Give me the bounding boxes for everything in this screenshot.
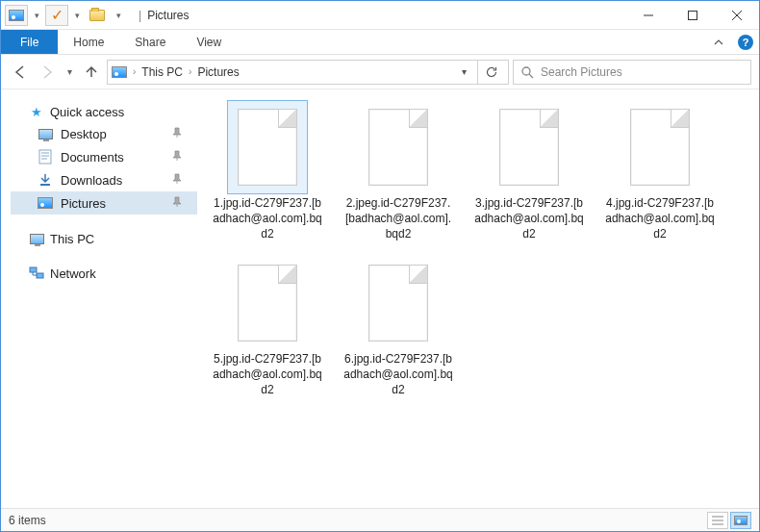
breadcrumb-root[interactable]: This PC [141,65,183,79]
qat-caret-icon[interactable]: ▾ [71,5,83,26]
help-icon: ? [738,35,753,50]
pin-icon [172,173,193,187]
recent-dropdown-icon[interactable]: ▾ [63,61,76,84]
this-pc-item[interactable]: ▸ This PC [11,228,197,249]
svg-rect-6 [39,150,51,164]
svg-rect-10 [40,184,50,186]
file-thumbnail [621,101,699,193]
forward-button[interactable] [36,61,59,84]
window-title: | Pictures [137,9,189,22]
search-box[interactable] [513,60,751,85]
sidebar-item-documents[interactable]: Documents [11,145,197,168]
up-button[interactable] [80,61,103,84]
status-bar: 6 items [1,508,759,531]
view-toggles [707,512,751,529]
sidebar-item-desktop[interactable]: Desktop [11,122,197,145]
sidebar-item-label: Desktop [61,127,107,141]
close-button[interactable] [715,1,759,30]
quick-access-label: Quick access [50,105,124,119]
item-count: 6 items [9,514,46,527]
chevron-right-icon: › [189,66,191,77]
checkbox-icon[interactable]: ✓ [45,5,68,26]
app-icon[interactable] [5,5,28,26]
file-name: 2.jpeg.id-C279F237.[badhach@aol.com].bqd… [342,193,455,243]
file-thumbnail [228,257,307,349]
title-text: Pictures [147,9,189,22]
tab-home[interactable]: Home [58,30,119,54]
help-button[interactable]: ? [732,30,759,54]
file-pane[interactable]: 1.jpg.id-C279F237.[badhach@aol.com].bqd2… [201,89,759,508]
file-thumbnail [359,101,438,193]
pin-icon [172,196,193,210]
file-name: 5.jpg.id-C279F237.[badhach@aol.com].bqd2 [211,349,324,399]
star-icon: ★ [29,104,44,119]
this-pc-group: ▸ This PC [11,228,197,249]
tab-share[interactable]: Share [119,30,181,54]
file-name: 1.jpg.id-C279F237.[badhach@aol.com].bqd2 [211,193,324,243]
file-item[interactable]: 4.jpg.id-C279F237.[badhach@aol.com].bqd2 [603,101,717,243]
folder-icon [38,195,53,211]
document-icon [499,109,559,186]
file-grid: 1.jpg.id-C279F237.[badhach@aol.com].bqd2… [211,101,749,399]
pin-icon [172,127,193,140]
maximize-button[interactable] [671,1,715,30]
tab-view[interactable]: View [181,30,237,54]
ribbon: File Home Share View ? [1,30,759,55]
minimize-button[interactable] [626,1,671,30]
separator: | [139,9,141,22]
ribbon-collapse-icon[interactable] [705,30,732,54]
sidebar-item-label: Documents [61,150,124,165]
qat-overflow-icon[interactable]: ▾ [112,5,125,26]
network-icon [29,266,44,281]
document-icon [238,109,297,186]
icons-view-button[interactable] [730,512,751,529]
sidebar-item-downloads[interactable]: Downloads [11,168,197,191]
file-name: 3.jpg.id-C279F237.[badhach@aol.com].bqd2 [472,193,586,243]
address-dropdown-icon[interactable]: ▾ [456,66,472,77]
document-icon [238,265,297,342]
svg-point-4 [522,67,530,75]
address-bar[interactable]: › This PC › Pictures ▾ [107,60,509,85]
folder-icon[interactable] [86,5,109,26]
address-row: ▾ › This PC › Pictures ▾ [1,55,759,89]
file-item[interactable]: 2.jpeg.id-C279F237.[badhach@aol.com].bqd… [342,101,455,243]
document-icon [368,109,428,186]
file-tab[interactable]: File [1,30,58,54]
file-name: 4.jpg.id-C279F237.[badhach@aol.com].bqd2 [603,193,717,243]
this-pc-label: This PC [50,232,94,246]
document-icon [630,109,690,186]
network-label: Network [50,266,96,281]
quick-access-header[interactable]: ▾ ★ Quick access [11,101,197,122]
folder-icon [38,149,53,165]
chevron-right-icon: › [133,66,136,77]
file-thumbnail [228,101,307,193]
search-input[interactable] [541,65,745,79]
pin-icon [172,150,193,164]
file-thumbnail [359,257,438,349]
network-group: ▸ Network [11,263,197,284]
svg-rect-1 [689,11,697,19]
file-item[interactable]: 1.jpg.id-C279F237.[badhach@aol.com].bqd2 [211,101,324,243]
file-item[interactable]: 5.jpg.id-C279F237.[badhach@aol.com].bqd2 [211,257,324,399]
search-icon [519,64,535,80]
svg-rect-11 [30,267,37,272]
file-item[interactable]: 3.jpg.id-C279F237.[badhach@aol.com].bqd2 [472,101,586,243]
svg-line-5 [529,74,533,78]
refresh-button[interactable] [477,60,504,85]
network-item[interactable]: ▸ Network [11,263,197,284]
breadcrumb-folder[interactable]: Pictures [197,65,239,79]
sidebar-item-pictures[interactable]: Pictures [11,191,197,215]
file-name: 6.jpg.id-C279F237.[badhach@aol.com].bqd2 [342,349,455,399]
sidebar: ▾ ★ Quick access DesktopDocumentsDownloa… [1,89,201,508]
file-item[interactable]: 6.jpg.id-C279F237.[badhach@aol.com].bqd2 [342,257,455,399]
quick-access-group: ▾ ★ Quick access DesktopDocumentsDownloa… [11,101,197,215]
computer-icon [29,231,44,246]
sidebar-item-label: Downloads [61,173,122,188]
file-thumbnail [490,101,569,193]
back-button[interactable] [9,61,32,84]
window-controls [626,1,759,30]
qat-caret-icon[interactable]: ▾ [31,5,42,26]
document-icon [368,265,428,342]
quick-access-toolbar: ▾ ✓ ▾ ▾ [1,5,129,26]
details-view-button[interactable] [707,512,728,529]
